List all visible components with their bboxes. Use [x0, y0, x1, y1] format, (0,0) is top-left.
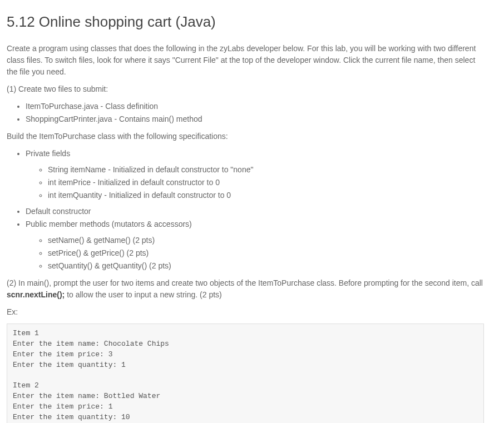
intro-paragraph: Create a program using classes that does… — [7, 43, 484, 78]
build-text: Build the ItemToPurchase class with the … — [7, 131, 484, 142]
step2-code: scnr.nextLine(); — [7, 290, 65, 299]
example-label: Ex: — [7, 306, 484, 318]
public-methods-list: setName() & getName() (2 pts) setPrice()… — [26, 235, 484, 272]
list-item: setPrice() & getPrice() (2 pts) — [48, 247, 484, 259]
list-item: int itemPrice - Initialized in default c… — [48, 177, 484, 188]
list-item: Default constructor — [26, 206, 484, 217]
list-item: ShoppingCartPrinter.java - Contains main… — [26, 113, 484, 125]
list-item: ItemToPurchase.java - Class definition — [26, 101, 484, 112]
public-methods-label: Public member methods (mutators & access… — [26, 220, 192, 228]
list-item: setName() & getName() (2 pts) — [48, 235, 484, 246]
file-list: ItemToPurchase.java - Class definition S… — [7, 101, 484, 125]
step2-paragraph: (2) In main(), prompt the user for two i… — [7, 277, 484, 301]
step2-suffix: to allow the user to input a new string.… — [65, 290, 221, 299]
step2-prefix: (2) In main(), prompt the user for two i… — [7, 278, 483, 287]
step1-heading: (1) Create two files to submit: — [7, 83, 484, 95]
example-output: Item 1 Enter the item name: Chocolate Ch… — [7, 324, 484, 423]
list-item: int itemQuantity - Initialized in defaul… — [48, 190, 484, 201]
list-item: setQuantity() & getQuantity() (2 pts) — [48, 260, 484, 272]
list-item: Private fields String itemName - Initial… — [26, 148, 484, 201]
page-title: 5.12 Online shopping cart (Java) — [7, 11, 484, 33]
spec-list: Private fields String itemName - Initial… — [7, 148, 484, 272]
list-item: String itemName - Initialized in default… — [48, 164, 484, 176]
private-fields-list: String itemName - Initialized in default… — [26, 164, 484, 201]
private-fields-label: Private fields — [26, 149, 70, 158]
list-item: Public member methods (mutators & access… — [26, 218, 484, 272]
